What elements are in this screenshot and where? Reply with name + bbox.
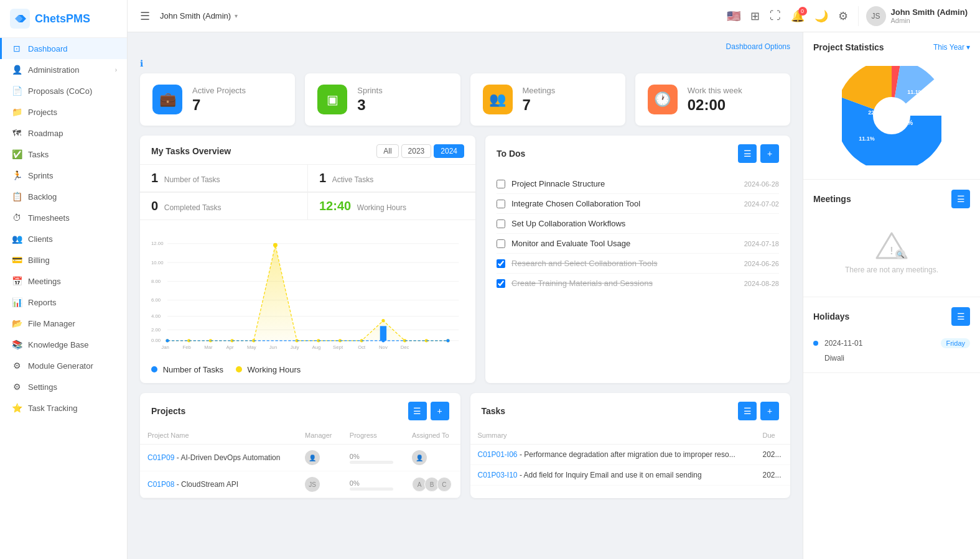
main-content: Dashboard Options ℹ 💼 Active Projects 7 … — [128, 32, 803, 559]
filter-all[interactable]: All — [376, 144, 398, 158]
sidebar-item-task-tracking[interactable]: ⭐ Task Tracking — [0, 397, 127, 418]
todo-checkbox-2[interactable] — [497, 200, 505, 208]
tasks-table-card: Tasks ☰ + Summary Due — [470, 393, 791, 498]
working-hours-stat: 12:40 Working Hours — [307, 193, 475, 219]
sidebar-item-reports[interactable]: 📊 Reports — [0, 292, 127, 313]
sidebar-item-sprints[interactable]: 🏃 Sprints — [0, 165, 127, 186]
svg-text:May: May — [247, 344, 256, 350]
sidebar-item-billing[interactable]: 💳 Billing — [0, 249, 127, 270]
task-stats-row-2: 0 Completed Tasks 12:40 Working Hours — [140, 192, 475, 220]
sidebar-logo[interactable]: ChetsPMS — [0, 0, 127, 38]
holidays-view-button[interactable]: ☰ — [951, 307, 970, 326]
todo-checkbox-3[interactable] — [497, 219, 505, 228]
sidebar-item-proposals[interactable]: 📄 Proposals (CoCo) — [0, 80, 127, 101]
tasks-data-table: Summary Due C01P01-I06 - Performance deg… — [470, 427, 791, 486]
filter-2024[interactable]: 2024 — [434, 144, 464, 158]
user-selector[interactable]: John Smith (Admin) ▾ — [160, 11, 238, 21]
todo-text-3: Set Up Collaboration Workflows — [511, 219, 773, 228]
sidebar-item-timesheets[interactable]: ⏱ Timesheets — [0, 207, 127, 228]
holiday-item: 2024-11-01 Friday — [813, 333, 970, 353]
projects-title: Projects — [151, 406, 185, 416]
sidebar-label-task-tracking: Task Tracking — [28, 404, 117, 413]
sidebar-item-dashboard[interactable]: ⊡ Dashboard — [0, 38, 127, 59]
apps-grid-icon[interactable]: ⊞ — [750, 9, 760, 23]
dashboard-options-label[interactable]: Dashboard Options — [726, 42, 790, 51]
sidebar-label-projects: Projects — [28, 108, 117, 117]
svg-text:Feb: Feb — [183, 344, 192, 350]
holidays-section-header: Holidays ☰ — [813, 307, 970, 326]
todo-checkbox-1[interactable] — [497, 180, 505, 188]
sidebar-item-backlog[interactable]: 📋 Backlog — [0, 186, 127, 207]
sidebar-item-knowledge-base[interactable]: 📚 Knowledge Base — [0, 334, 127, 355]
year-selector[interactable]: This Year ▾ — [933, 43, 970, 52]
todo-checkbox-5[interactable] — [497, 259, 505, 268]
sidebar-label-module-generator: Module Generator — [28, 361, 117, 371]
tasks-add-button[interactable]: + — [760, 402, 779, 420]
sidebar-item-clients[interactable]: 👥 Clients — [0, 228, 127, 249]
col-assigned-to: Assigned To — [404, 427, 460, 445]
todo-date-1: 2024-06-28 — [744, 180, 779, 188]
completed-tasks-stat: 0 Completed Tasks — [140, 193, 307, 219]
project-manager-cell: JS — [297, 471, 342, 498]
notification-bell-icon[interactable]: 🔔 0 — [791, 9, 805, 23]
task-link-2[interactable]: C01P03-I10 — [478, 471, 518, 479]
svg-point-31 — [166, 339, 169, 342]
language-flag-icon[interactable]: 🇺🇸 — [727, 9, 740, 23]
todo-date-5: 2024-06-26 — [744, 260, 779, 267]
todos-list-view-button[interactable]: ☰ — [738, 144, 757, 163]
todo-item: Project Pinnacle Structure 2024-06-28 — [497, 174, 779, 194]
fullscreen-icon[interactable]: ⛶ — [770, 9, 781, 22]
todo-checkbox-6[interactable] — [497, 279, 505, 288]
holidays-section: Holidays ☰ 2024-11-01 Friday Diwali — [803, 297, 980, 373]
tasks-list-view-button[interactable]: ☰ — [738, 402, 757, 420]
svg-text:Aug: Aug — [312, 344, 320, 350]
sidebar-item-tasks[interactable]: ✅ Tasks — [0, 144, 127, 165]
meetings-view-button[interactable]: ☰ — [951, 190, 970, 208]
sidebar-item-roadmap[interactable]: 🗺 Roadmap — [0, 122, 127, 144]
projects-list-view-button[interactable]: ☰ — [408, 402, 427, 420]
filter-2023[interactable]: 2023 — [401, 144, 432, 158]
user-profile-section: JS John Smith (Admin) Admin — [858, 6, 968, 26]
user-role: Admin — [891, 17, 968, 24]
projects-add-button[interactable]: + — [431, 402, 449, 420]
meetings-icon: 📅 — [12, 276, 22, 286]
col-summary: Summary — [470, 427, 755, 445]
hamburger-icon[interactable]: ☰ — [140, 9, 150, 23]
sidebar-item-file-manager[interactable]: 📂 File Manager — [0, 313, 127, 334]
sidebar-label-timesheets: Timesheets — [28, 213, 117, 223]
theme-toggle-icon[interactable]: 🌙 — [814, 9, 828, 23]
todo-checkbox-4[interactable] — [497, 239, 505, 248]
sidebar-item-module-generator[interactable]: ⚙ Module Generator — [0, 355, 127, 376]
stat-card-work-week: 🕐 Work this week 02:00 — [635, 73, 790, 126]
tasks-icon: ✅ — [12, 149, 22, 159]
sidebar-item-settings[interactable]: ⚙ Settings — [0, 376, 127, 397]
sidebar-label-dashboard: Dashboard — [28, 44, 117, 53]
sprints-info: Sprints 3 — [357, 86, 382, 114]
module-generator-icon: ⚙ — [12, 361, 22, 371]
svg-text:8.00: 8.00 — [151, 279, 161, 284]
sidebar-label-settings: Settings — [28, 382, 117, 392]
col-progress: Progress — [342, 427, 404, 445]
filter-buttons: All 2023 2024 — [376, 144, 464, 158]
logo-icon — [10, 9, 30, 29]
settings-gear-icon[interactable]: ⚙ — [838, 9, 848, 23]
todos-add-button[interactable]: + — [760, 144, 779, 163]
todo-date-4: 2024-07-18 — [744, 240, 779, 247]
assignee-avatar: 👤 — [412, 450, 427, 465]
tasks-table-header: Tasks ☰ + — [470, 393, 791, 427]
task-due-cell: 202... — [755, 465, 790, 486]
settings-icon: ⚙ — [12, 382, 22, 392]
user-full-name: John Smith (Admin) — [891, 7, 968, 17]
sidebar-item-administration[interactable]: 👤 Administration › — [0, 59, 127, 80]
task-link-1[interactable]: C01P01-I06 — [478, 450, 518, 459]
project-link-2[interactable]: C01P08 — [147, 480, 174, 489]
project-assigned-cell: 👤 — [404, 445, 460, 471]
meetings-value: 7 — [523, 96, 556, 114]
todo-text-6: Create Training Materials and Sessions — [511, 279, 738, 288]
todos-title: To Dos — [497, 149, 525, 159]
sidebar-item-projects[interactable]: 📁 Projects — [0, 101, 127, 122]
sidebar-item-meetings[interactable]: 📅 Meetings — [0, 270, 127, 292]
project-link-1[interactable]: C01P09 — [147, 453, 174, 462]
svg-text:0.00: 0.00 — [151, 338, 161, 343]
avatar[interactable]: JS — [866, 6, 886, 26]
